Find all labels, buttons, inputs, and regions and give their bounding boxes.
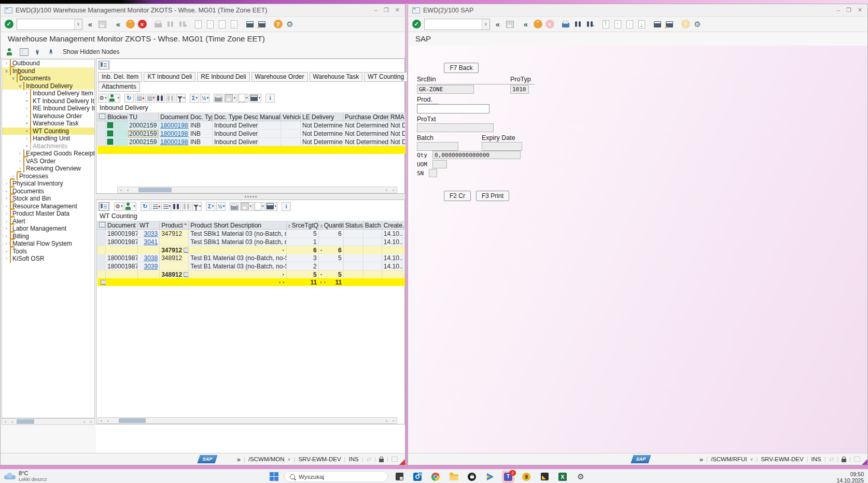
srcbin-field[interactable]: GR-ZONE [417, 85, 474, 94]
start-button[interactable] [270, 472, 278, 481]
privacy-lock-icon[interactable] [466, 471, 478, 483]
findnext-icon[interactable]: + [177, 19, 187, 30]
qty-field[interactable]: 0,00000000000000 [432, 151, 521, 159]
tree-expand-icon[interactable]: › [18, 166, 22, 171]
table-row[interactable]: 20002159180001985INBInbound DeliveryNot … [97, 121, 405, 130]
command-field[interactable]: ∨ [424, 19, 490, 30]
pagefirst-icon[interactable]: ↑ [600, 19, 611, 30]
pagedown-icon[interactable]: ↓ [217, 19, 227, 30]
chevron-down-icon[interactable]: ∨ [288, 457, 291, 462]
tree-item-tools[interactable]: ›Tools [2, 248, 94, 255]
scroll-right-icon[interactable]: › [9, 419, 16, 424]
file-explorer-icon[interactable] [447, 471, 460, 483]
command-field[interactable]: ∨ [17, 19, 82, 30]
keepass-icon[interactable] [520, 471, 533, 483]
save-icon[interactable] [505, 19, 515, 30]
scroll-left-icon[interactable]: ‹ [118, 187, 124, 193]
command-input[interactable] [17, 20, 74, 29]
export-icon[interactable]: ▾ [224, 94, 236, 103]
subtotal-icon[interactable]: ½▾ [200, 94, 209, 103]
print-icon[interactable] [153, 19, 163, 30]
titlebar[interactable]: EWD(3)/100 Warehouse Management Monitor … [1, 4, 405, 17]
tree-item-inbound-delivery[interactable]: ∨Inbound Delivery [2, 82, 94, 90]
tree-collapse-icon[interactable]: ∨ [18, 83, 22, 89]
pagelast-icon[interactable]: ↓ [229, 19, 239, 30]
tree-expand-icon[interactable]: › [11, 174, 16, 179]
tree-item-documents[interactable]: ∨Documents [2, 75, 94, 82]
panel-splitter[interactable] [96, 194, 405, 200]
chrome-icon[interactable] [429, 471, 442, 483]
column-header-doc-type[interactable]: Doc. Type [189, 113, 213, 121]
tree-item-stock-and-bin[interactable]: ›Stock and Bin [2, 195, 94, 203]
column-header-document[interactable]: Document [159, 113, 189, 121]
column-header-status[interactable]: Status, [343, 221, 363, 230]
save-icon[interactable] [97, 19, 107, 30]
table-row[interactable]: 1800019873038348912Test B1 Material 03 (… [97, 254, 405, 262]
select-all-header[interactable] [97, 113, 106, 121]
f7-back-button[interactable]: F7 Back [444, 63, 479, 73]
row-selector[interactable] [97, 230, 106, 238]
tab-wt-counting[interactable]: WT Counting [364, 72, 408, 82]
sort-descending-icon[interactable] [161, 202, 171, 211]
findnext-icon[interactable]: + [584, 19, 595, 30]
shortcut-icon[interactable] [664, 19, 675, 30]
tab-inb-del-item[interactable]: Inb. Del. Item [98, 72, 142, 82]
tree-expand-icon[interactable]: › [4, 256, 9, 261]
column-header-doc-type-desc-[interactable]: Doc. Type Desc. [213, 113, 258, 121]
row-selector[interactable] [97, 121, 106, 130]
column-header-product[interactable]: Product▲ [160, 221, 189, 230]
collapse-icon[interactable]: « [85, 19, 95, 30]
f3-print-button[interactable]: F3 Print [476, 191, 509, 201]
pagedown-icon[interactable]: ↓ [624, 19, 635, 30]
lock-icon[interactable] [842, 459, 846, 462]
expand-all-icon[interactable]: ∨∨ [33, 47, 42, 56]
tab-kt-inbound-deli[interactable]: KT Inbound Deli [144, 72, 195, 82]
tree-item-resource-management[interactable]: ›Resource Management [2, 203, 94, 210]
column-header-rma-nu-[interactable]: RMA Nu. [389, 113, 405, 121]
scroll-right-icon[interactable]: › [88, 419, 94, 424]
outline-view-icon[interactable] [98, 202, 110, 211]
tab-re-inbound-deli[interactable]: RE Inbound Deli [197, 72, 249, 82]
scroll-right-icon[interactable]: › [390, 187, 397, 193]
subtotal-row[interactable]: 348912·5·5 [97, 271, 405, 279]
prod-input[interactable] [417, 104, 489, 113]
tab-warehouse-order[interactable]: Warehouse Order [251, 72, 308, 82]
column-header-document[interactable]: Document [106, 221, 138, 230]
table-row[interactable]: 20002159180001986INBInbound DeliveryNot … [97, 130, 405, 138]
pagelast-icon[interactable]: ↓ [636, 19, 647, 30]
close-button[interactable]: ✕ [858, 7, 862, 13]
find-next-icon[interactable] [182, 202, 191, 211]
tree-item-receiving-overview[interactable]: ›Receiving Overview [2, 165, 94, 173]
row-selector[interactable] [97, 262, 106, 271]
column-header-vehicle[interactable]: Vehicle [281, 113, 301, 121]
weather-widget[interactable]: 8°C Lekki deszcz [4, 471, 47, 482]
chevron-down-icon[interactable]: ∨ [750, 457, 753, 462]
tree-item-warehouse-task[interactable]: •Warehouse Task [2, 120, 94, 127]
print-icon[interactable] [214, 94, 223, 103]
tree-item-product-master-data[interactable]: ›Product Master Data [2, 210, 94, 218]
collapse-subtotal-icon[interactable] [184, 272, 189, 277]
tree-hscrollbar[interactable]: ‹ › ‹ › [2, 418, 95, 425]
minimize-button[interactable]: – [837, 7, 840, 13]
row-selector[interactable] [97, 130, 106, 138]
data-file-icon[interactable]: ▾ [254, 202, 265, 211]
filter-icon[interactable]: ▾ [176, 94, 186, 103]
alv-settings-icon[interactable]: ⚙▾ [98, 94, 107, 103]
column-header-srcetgtqty[interactable]: ΣSrceTgtQty [286, 221, 318, 230]
tab-attachments[interactable]: Attachments [98, 82, 140, 92]
shortcut-icon[interactable] [257, 19, 267, 30]
document-link[interactable]: 180001985 [160, 122, 189, 129]
tree-expand-icon[interactable]: › [24, 91, 29, 96]
table-row[interactable]: 1800019873039Test B1 Material 03 (no-Bat… [97, 262, 405, 271]
tree-expand-icon[interactable]: › [24, 106, 29, 111]
cancel-icon[interactable]: × [544, 19, 555, 30]
extras-icon[interactable]: ▾ [249, 94, 261, 103]
pagefirst-icon[interactable]: ↑ [193, 19, 203, 30]
collapse-total-icon[interactable] [101, 280, 106, 285]
scroll-left-icon[interactable]: ‹ [383, 418, 390, 423]
user-settings-icon[interactable] [6, 47, 15, 56]
tree-item-outbound[interactable]: ›Outbound [2, 60, 94, 67]
taskbar-clock[interactable]: 09:50 14.10.2025 [836, 471, 864, 483]
print-icon[interactable] [230, 202, 239, 211]
tree-expand-icon[interactable]: › [18, 159, 22, 164]
